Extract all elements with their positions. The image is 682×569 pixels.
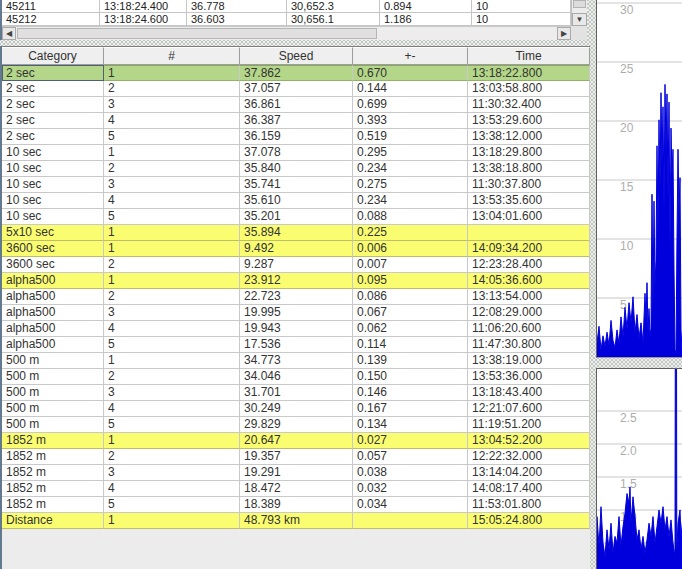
cell-pm: 0.234: [353, 161, 468, 177]
cell-pm: 0.038: [353, 465, 468, 481]
result-row[interactable]: 3600 sec19.4920.00614:09:34.200: [2, 241, 590, 257]
result-row[interactable]: 1852 m120.6470.02713:04:52.200: [2, 433, 590, 449]
cell-time: 15:05:24.800: [468, 513, 590, 529]
result-row[interactable]: alpha500419.9430.06211:06:20.600: [2, 321, 590, 337]
result-row[interactable]: alpha500517.5360.11411:47:30.800: [2, 337, 590, 353]
cell-num: 1: [104, 225, 240, 241]
result-row[interactable]: 10 sec535.2010.08813:04:01.600: [2, 209, 590, 225]
scroll-left-button[interactable]: ◀: [2, 27, 16, 40]
cell-pm: 0.139: [353, 353, 468, 369]
cell-pm: 0.086: [353, 289, 468, 305]
speed-chart-plot: 30252015105: [597, 0, 682, 357]
axis-tick-label: 15: [620, 180, 634, 194]
cell-speed: 22.723: [240, 289, 353, 305]
cell-category: 500 m: [2, 401, 104, 417]
result-row[interactable]: 5x10 sec135.8940.225: [2, 225, 590, 241]
column-header-category[interactable]: Category: [2, 47, 104, 65]
cell-speed: 19.291: [240, 465, 353, 481]
cell-num: 4: [104, 321, 240, 337]
cell-time: 14:08:17.400: [468, 481, 590, 497]
result-row[interactable]: 3600 sec29.2870.00712:23:28.400: [2, 257, 590, 273]
cell-num: 3: [104, 305, 240, 321]
cell-speed: 37.057: [240, 81, 353, 97]
cell-pm: 0.144: [353, 81, 468, 97]
cell-category: 500 m: [2, 417, 104, 433]
result-row[interactable]: 500 m430.2490.16712:21:07.600: [2, 401, 590, 417]
cell-speed: 9.287: [240, 257, 353, 273]
result-row[interactable]: 500 m529.8290.13411:19:51.200: [2, 417, 590, 433]
cell-speed: 34.773: [240, 353, 353, 369]
cell-distance: 30,652.3: [287, 0, 380, 13]
result-row[interactable]: Distance148.793 km15:05:24.800: [2, 513, 590, 529]
cell-time: 13:04:01.600: [468, 209, 590, 225]
results-table-body: 2 sec137.8620.67013:18:22.8002 sec237.05…: [2, 65, 590, 529]
cell-time: 13:38:12.000: [468, 129, 590, 145]
result-row[interactable]: 2 sec536.1590.51913:38:12.000: [2, 129, 590, 145]
right-arrow-icon: ▶: [561, 29, 567, 38]
column-header-time[interactable]: Time: [468, 47, 590, 65]
result-row[interactable]: 10 sec235.8400.23413:38:18.800: [2, 161, 590, 177]
raw-table-horizontal-scrollbar[interactable]: ◀ ▶: [2, 26, 571, 40]
cell-time: 13:18:29.800: [468, 145, 590, 161]
cell-category: 1852 m: [2, 449, 104, 465]
result-row[interactable]: 1852 m219.3570.05712:22:32.000: [2, 449, 590, 465]
result-row[interactable]: 500 m331.7010.14613:18:43.400: [2, 385, 590, 401]
cell-time: 13:53:29.600: [468, 113, 590, 129]
horizontal-scrollbar-thumb[interactable]: [17, 28, 377, 39]
cell-pm: 0.150: [353, 369, 468, 385]
cell-pm: 0.225: [353, 225, 468, 241]
result-row[interactable]: 500 m234.0460.15013:53:36.000: [2, 369, 590, 385]
result-row[interactable]: alpha500319.9950.06712:08:29.000: [2, 305, 590, 321]
result-row[interactable]: alpha500222.7230.08613:13:54.000: [2, 289, 590, 305]
result-row[interactable]: 10 sec435.6100.23413:53:35.600: [2, 193, 590, 209]
result-row[interactable]: alpha500123.9120.09514:05:36.600: [2, 273, 590, 289]
result-row[interactable]: 2 sec436.3870.39313:53:29.600: [2, 113, 590, 129]
result-row[interactable]: 2 sec237.0570.14413:03:58.800: [2, 81, 590, 97]
cell-pm: 0.057: [353, 449, 468, 465]
results-table-header: Category # Speed +- Time: [2, 47, 590, 65]
cell-category: 5x10 sec: [2, 225, 104, 241]
cell-category: Distance: [2, 513, 104, 529]
data-series: [597, 84, 682, 357]
result-row[interactable]: 1852 m418.4720.03214:08:17.400: [2, 481, 590, 497]
result-row[interactable]: 500 m134.7730.13913:38:19.000: [2, 353, 590, 369]
results-table: Category # Speed +- Time 2 sec137.8620.6…: [0, 46, 590, 569]
result-row[interactable]: 10 sec335.7410.27511:30:37.800: [2, 177, 590, 193]
result-row[interactable]: 2 sec137.8620.67013:18:22.800: [2, 65, 590, 81]
cell-category: 1852 m: [2, 481, 104, 497]
cell-num: 1: [104, 353, 240, 369]
cell-category: alpha500: [2, 321, 104, 337]
raw-table-row[interactable]: 4521113:18:24.40036.77830,652.30.89410: [2, 0, 571, 13]
axis-tick-label: 10: [620, 239, 634, 253]
result-row[interactable]: 10 sec137.0780.29513:18:29.800: [2, 145, 590, 161]
cell-speed: 35.201: [240, 209, 353, 225]
speed-chart[interactable]: 30252015105: [596, 0, 682, 358]
cell-time: 11:30:32.400: [468, 97, 590, 113]
scroll-down-button[interactable]: ▼: [572, 13, 587, 26]
column-header-number[interactable]: #: [104, 47, 240, 65]
vertical-scrollbar-thumb[interactable]: [573, 0, 586, 8]
cell-pm: 0.067: [353, 305, 468, 321]
result-row[interactable]: 1852 m319.2910.03813:14:04.200: [2, 465, 590, 481]
cell-time: 11:53:01.800: [468, 497, 590, 513]
cell-num: 1: [104, 241, 240, 257]
cell-speed: 36.861: [240, 97, 353, 113]
cell-category: 3600 sec: [2, 241, 104, 257]
cell-num: 1: [104, 65, 240, 81]
result-row[interactable]: 2 sec336.8610.69911:30:32.400: [2, 97, 590, 113]
cell-category: 2 sec: [2, 65, 104, 81]
scroll-right-button[interactable]: ▶: [557, 27, 571, 40]
cell-speed: 35.840: [240, 161, 353, 177]
cell-num: 2: [104, 81, 240, 97]
column-header-speed[interactable]: Speed: [240, 47, 353, 65]
cell-speed: 37.078: [240, 145, 353, 161]
column-header-plusminus[interactable]: +-: [353, 47, 468, 65]
cell-error: 0.894: [380, 0, 472, 13]
cell-speed: 34.046: [240, 369, 353, 385]
axis-tick-label: 2.5: [620, 411, 637, 425]
secondary-chart[interactable]: 2.52.01.51.00.5: [596, 368, 682, 569]
cell-pm: 0.167: [353, 401, 468, 417]
raw-table-vertical-scrollbar[interactable]: ▼: [571, 0, 587, 26]
raw-table-row[interactable]: 4521213:18:24.60036.60330,656.11.18610: [2, 13, 571, 26]
result-row[interactable]: 1852 m518.3890.03411:53:01.800: [2, 497, 590, 513]
